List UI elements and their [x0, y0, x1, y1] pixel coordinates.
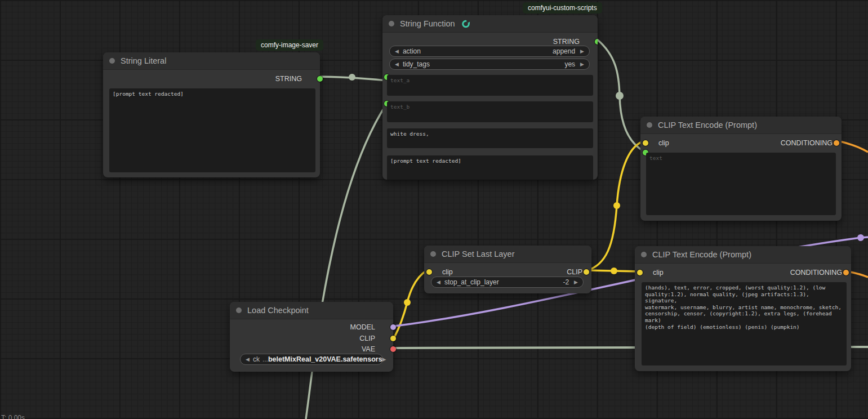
increment-arrow-icon[interactable]: ▶: [574, 280, 578, 285]
conditioning-output-port[interactable]: [834, 140, 839, 146]
next-checkpoint-arrow-icon[interactable]: ▶: [382, 357, 386, 362]
link-dot[interactable]: [857, 234, 864, 241]
conditioning-output-port[interactable]: [843, 270, 849, 275]
output-row-string: STRING: [103, 74, 320, 84]
node-title: CLIP Text Encode (Prompt): [652, 250, 751, 259]
widget-stop-at-clip-layer[interactable]: ◀ stop_at_clip_layer -2 ▶: [431, 277, 584, 288]
output-label: CONDITIONING: [781, 139, 833, 147]
increment-arrow-icon[interactable]: ▶: [580, 62, 584, 67]
text-a-textarea[interactable]: text_a: [387, 75, 593, 96]
node-load-checkpoint[interactable]: Load Checkpoint MODEL CLIP VAE ◀ ck ... …: [230, 302, 393, 372]
text-c-textarea[interactable]: white dress,: [387, 128, 593, 148]
prev-checkpoint-arrow-icon[interactable]: ◀: [246, 357, 250, 362]
string-output-port[interactable]: [317, 76, 323, 82]
widget-value: append: [553, 47, 575, 55]
widget-ckpt-name[interactable]: ◀ ck ... beletMixReal_v20VAE.safetensors…: [240, 354, 383, 365]
output-row-vae: VAE: [230, 344, 393, 354]
input-label: clip: [649, 139, 669, 147]
node-title: String Literal: [121, 56, 166, 65]
link-dot[interactable]: [349, 74, 355, 81]
io-row: clip CLIP: [424, 267, 591, 277]
output-label: VAE: [362, 345, 384, 353]
node-title: Load Checkpoint: [247, 306, 309, 315]
widget-name: action: [403, 47, 553, 55]
wire-pos-conditioning-out[interactable]: [838, 141, 868, 152]
output-label: CLIP: [359, 335, 384, 342]
decrement-arrow-icon[interactable]: ◀: [395, 62, 399, 67]
node-header[interactable]: CLIP Text Encode (Prompt): [635, 246, 851, 264]
clip-input-port[interactable]: [643, 140, 648, 146]
widget-value: beletMixReal_v20VAE.safetensors: [268, 355, 382, 363]
link-dot[interactable]: [613, 202, 620, 209]
node-header[interactable]: CLIP Set Last Layer: [424, 246, 591, 263]
widget-tidy-tags[interactable]: ◀ tidy_tags yes ▶: [389, 59, 590, 70]
model-output-port[interactable]: [390, 324, 396, 330]
decrement-arrow-icon[interactable]: ◀: [395, 49, 399, 54]
node-header[interactable]: Load Checkpoint: [230, 302, 393, 319]
input-label: clip: [433, 268, 453, 276]
widget-value: yes: [564, 60, 575, 68]
placeholder: text_a: [390, 77, 409, 83]
clip-input-port[interactable]: [426, 269, 432, 275]
node-header[interactable]: CLIP Text Encode (Prompt): [640, 117, 842, 134]
link-dot[interactable]: [611, 268, 617, 274]
canvas-stats-text: T: 0.00s: [1, 414, 25, 419]
widget-name: stop_at_clip_layer: [444, 278, 563, 286]
decrement-arrow-icon[interactable]: ◀: [437, 280, 440, 285]
negative-prompt-textarea[interactable]: (hands), text, error, cropped, (worst qu…: [642, 282, 847, 365]
node-clip-set-last-layer[interactable]: CLIP Set Last Layer clip CLIP ◀ stop_at_…: [424, 246, 591, 293]
output-label: CLIP: [567, 268, 582, 276]
clip-output-port[interactable]: [584, 269, 589, 275]
widget-value: -2: [563, 278, 569, 286]
wire-checkpoint-clip-to-setlayer[interactable]: [394, 270, 427, 337]
placeholder: text_b: [390, 104, 409, 110]
output-label: MODEL: [350, 323, 384, 331]
node-string-function-header[interactable]: String Function: [382, 15, 598, 33]
badge-comfy-image-saver: comfy-image-saver: [256, 39, 323, 51]
widget-action[interactable]: ◀ action append ▶: [389, 46, 590, 57]
placeholder: text: [649, 155, 662, 161]
node-title: CLIP Set Last Layer: [442, 249, 515, 258]
widget-name: tidy_tags: [403, 60, 564, 68]
node-string-literal-header[interactable]: String Literal: [103, 52, 320, 70]
widget-ellipsis: ...: [262, 355, 268, 363]
text-b-textarea[interactable]: text_b: [387, 101, 593, 122]
clip-input-port[interactable]: [637, 270, 643, 275]
node-clip-text-encode-negative[interactable]: CLIP Text Encode (Prompt) clip CONDITION…: [635, 246, 851, 371]
io-row: clip CONDITIONING: [635, 268, 851, 278]
node-string-literal[interactable]: String Literal STRING [prompt text redac…: [103, 52, 320, 177]
vae-output-port[interactable]: [390, 346, 396, 352]
output-row-model: MODEL: [230, 322, 393, 332]
link-dot[interactable]: [404, 299, 411, 306]
output-row-clip: CLIP: [230, 333, 393, 344]
string-output-port[interactable]: [595, 39, 598, 44]
output-label: CONDITIONING: [790, 269, 842, 277]
prompt-textarea[interactable]: text: [646, 153, 836, 215]
collapse-dot-icon[interactable]: [647, 122, 652, 128]
output-label: STRING: [275, 75, 311, 83]
node-title: String Function: [400, 19, 455, 28]
result-textarea[interactable]: [prompt text redacted]: [387, 155, 593, 180]
node-string-function[interactable]: String Function STRING ◀ action append ▶…: [382, 15, 598, 180]
widget-name: ck: [253, 355, 260, 363]
link-dot[interactable]: [616, 92, 624, 100]
string-literal-textarea[interactable]: [prompt text redacted]: [109, 88, 315, 172]
collapse-dot-icon[interactable]: [389, 21, 394, 26]
node-title: CLIP Text Encode (Prompt): [658, 121, 757, 130]
collapse-dot-icon[interactable]: [109, 58, 115, 64]
io-row: clip CONDITIONING: [640, 138, 842, 148]
input-label: clip: [644, 269, 664, 277]
badge-comfyui-custom-scripts: comfyui-custom-scripts: [523, 2, 602, 14]
output-label: STRING: [553, 38, 589, 46]
custom-scripts-swirl-icon: [461, 20, 470, 28]
collapse-dot-icon[interactable]: [641, 252, 647, 257]
node-clip-text-encode-positive[interactable]: CLIP Text Encode (Prompt) clip CONDITION…: [640, 117, 842, 221]
increment-arrow-icon[interactable]: ▶: [580, 49, 584, 54]
collapse-dot-icon[interactable]: [430, 251, 436, 257]
collapse-dot-icon[interactable]: [236, 307, 242, 313]
clip-output-port[interactable]: [390, 336, 396, 341]
